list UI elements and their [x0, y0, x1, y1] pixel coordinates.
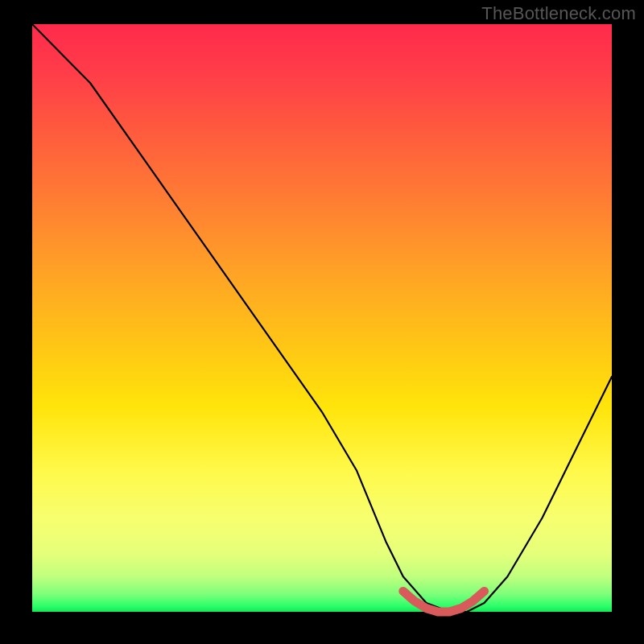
curve-svg	[32, 24, 612, 612]
plot-area	[32, 24, 612, 612]
bottleneck-curve	[32, 24, 612, 612]
watermark-text: TheBottleneck.com	[481, 3, 636, 24]
chart-container: TheBottleneck.com	[0, 0, 644, 644]
